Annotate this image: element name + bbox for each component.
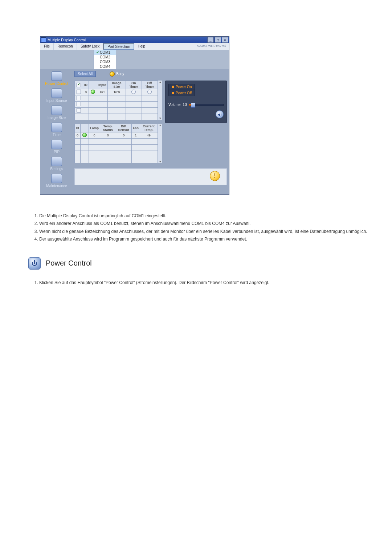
- sidebar-item-label: PIP: [40, 150, 73, 154]
- power-led-icon: [82, 133, 87, 137]
- gear-icon: [51, 157, 62, 166]
- window-titlebar[interactable]: Multiple Display Control _ □ ×: [40, 37, 229, 43]
- sidebar-item-label: Input Source: [40, 99, 73, 103]
- sidebar-item-label: Maintenance: [40, 184, 73, 188]
- sidebar-item-label: Power Control: [40, 82, 73, 86]
- menu-port-selection[interactable]: Port Selection: [103, 43, 134, 50]
- header-checkbox[interactable]: [77, 83, 81, 87]
- row-checkbox[interactable]: [77, 90, 81, 94]
- on-timer-icon: [131, 90, 136, 94]
- col-image-size: Image Size: [108, 81, 126, 89]
- busy-indicator: Busy: [110, 71, 124, 77]
- cell-lamp: 0: [89, 132, 100, 139]
- power-on-button[interactable]: Power On: [168, 84, 195, 90]
- sidebar-item-maintenance[interactable]: Maintenance: [40, 174, 73, 188]
- port-option-com1[interactable]: ✔COM1: [94, 50, 116, 55]
- cell-image-size: 16:9: [108, 89, 126, 95]
- sidebar-item-power-control[interactable]: Power Control: [40, 71, 73, 86]
- window-title: Multiple Display Control: [48, 38, 86, 42]
- power-icon: [51, 71, 62, 81]
- menu-file[interactable]: File: [40, 43, 54, 50]
- col-current-temp: Current Temp.: [140, 124, 158, 132]
- list-item: Wird ein anderer Anschluss als COM1 benu…: [39, 221, 370, 227]
- list-item: Klicken Sie auf das Hauptsymbol "Power C…: [39, 280, 370, 286]
- table-row[interactable]: [75, 157, 158, 163]
- section-heading-row: Power Control: [28, 257, 377, 270]
- power-control-steps: Klicken Sie auf das Hauptsymbol "Power C…: [29, 280, 370, 286]
- list-item: Wenn nicht die genaue Bezeichnung des An…: [39, 229, 370, 235]
- select-all-button[interactable]: Select All: [74, 71, 96, 77]
- port-option-com3[interactable]: COM3: [94, 59, 116, 64]
- port-option-com4[interactable]: COM4: [94, 64, 116, 69]
- row-checkbox[interactable]: [77, 96, 81, 100]
- cell-br-sensor: 0: [116, 132, 131, 139]
- col-fan: Fan: [131, 124, 140, 132]
- window-close-button[interactable]: ×: [222, 37, 228, 43]
- image-size-icon: [51, 106, 62, 115]
- cell-fan: 1: [131, 132, 140, 139]
- menu-remocon[interactable]: Remocon: [54, 43, 77, 50]
- table-row[interactable]: [75, 102, 158, 108]
- menubar: File Remocon Safety Lock Port Selection …: [40, 43, 229, 50]
- volume-slider[interactable]: [189, 104, 224, 106]
- sidebar-item-input-source[interactable]: Input Source: [40, 89, 73, 103]
- warning-icon: !: [210, 171, 220, 181]
- document-body: Die Multiple Display Control ist ursprün…: [22, 213, 377, 286]
- table-row[interactable]: [75, 145, 158, 151]
- menu-help[interactable]: Help: [134, 43, 149, 50]
- window-minimize-button[interactable]: _: [207, 37, 214, 43]
- brand-label: SAMSUNG DIGITall: [194, 43, 229, 50]
- volume-value: 10: [183, 103, 187, 107]
- dot-icon: [172, 86, 174, 88]
- display-table: ID Input Image Size On Timer Off Timer: [74, 81, 158, 120]
- power-off-label: Power Off: [176, 91, 192, 95]
- power-off-button[interactable]: Power Off: [168, 90, 195, 96]
- cell-input: PC: [97, 89, 108, 95]
- status-table: ID Lamp Temp. Status B/R Sensor Fan Curr…: [74, 124, 158, 163]
- col-br-sensor: B/R Sensor: [116, 124, 131, 132]
- cell-id: 0: [83, 89, 89, 95]
- table-row[interactable]: 0 0 0 0 1 49: [75, 132, 158, 139]
- table-row[interactable]: [75, 151, 158, 157]
- list-item: Die Multiple Display Control ist ursprün…: [39, 213, 370, 219]
- sidebar-item-label: Image Size: [40, 116, 73, 120]
- table-row[interactable]: [75, 108, 158, 114]
- sidebar: Power Control Input Source Image Size Ti…: [40, 69, 73, 194]
- col-power-icon: [81, 124, 89, 132]
- row-checkbox[interactable]: [77, 108, 81, 112]
- input-source-icon: [51, 89, 62, 98]
- off-timer-icon: [147, 90, 152, 94]
- power-on-label: Power On: [176, 85, 192, 89]
- menu-safety-lock[interactable]: Safety Lock: [77, 43, 103, 50]
- speaker-icon[interactable]: ◀): [216, 110, 224, 118]
- port-selection-notes: Die Multiple Display Control ist ursprün…: [29, 213, 370, 243]
- sidebar-item-time[interactable]: Time: [40, 123, 73, 137]
- port-selection-dropdown[interactable]: ✔COM1 COM2 COM3 COM4: [94, 50, 116, 69]
- sidebar-item-settings[interactable]: Settings: [40, 157, 73, 171]
- cell-current-temp: 49: [140, 132, 158, 139]
- dot-icon: [172, 92, 174, 94]
- sidebar-item-image-size[interactable]: Image Size: [40, 106, 73, 120]
- volume-label: Volume: [168, 103, 180, 107]
- sidebar-item-label: Time: [40, 133, 73, 137]
- port-option-com2[interactable]: COM2: [94, 55, 116, 59]
- slider-knob[interactable]: [191, 103, 195, 108]
- volume-row: Volume 10: [168, 103, 224, 107]
- app-window: Multiple Display Control _ □ × File Remo…: [40, 36, 229, 195]
- window-maximize-button[interactable]: □: [215, 37, 221, 43]
- wrench-icon: [51, 174, 62, 183]
- cell-temp-status: 0: [100, 132, 116, 139]
- col-temp-status: Temp. Status: [100, 124, 116, 132]
- table-row[interactable]: [75, 114, 158, 120]
- table1-scrollbar[interactable]: ▲ ▼: [158, 81, 162, 120]
- sidebar-item-pip[interactable]: PIP: [40, 140, 73, 154]
- col-on-timer: On Timer: [126, 81, 142, 89]
- table-row[interactable]: [75, 139, 158, 145]
- table-row[interactable]: [75, 95, 158, 102]
- table2-scrollbar[interactable]: ▲ ▼: [158, 124, 162, 163]
- list-item: Der ausgewählte Anschluss wird im Progra…: [39, 236, 370, 242]
- table-row[interactable]: 0 PC 16:9: [75, 89, 158, 95]
- pip-icon: [51, 140, 62, 149]
- row-checkbox[interactable]: [77, 102, 81, 106]
- busy-led-icon: [110, 71, 115, 77]
